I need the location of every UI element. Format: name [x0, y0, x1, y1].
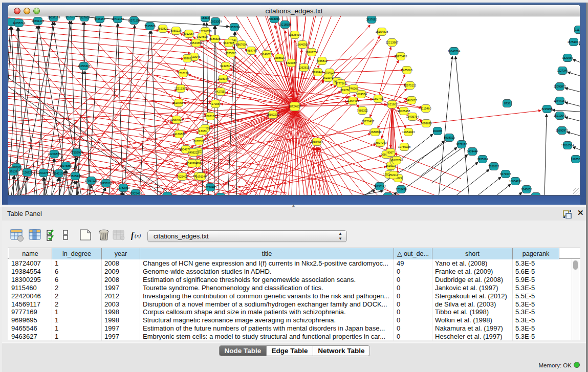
svg-text:16571355: 16571355	[128, 19, 140, 22]
svg-text:21053346: 21053346	[78, 64, 90, 68]
svg-text:16107554: 16107554	[172, 101, 185, 104]
svg-text:13325419: 13325419	[289, 33, 301, 36]
svg-text:10756928: 10756928	[398, 145, 410, 148]
svg-text:9327509: 9327509	[197, 35, 207, 38]
svg-text:8454749: 8454749	[246, 49, 256, 52]
svg-text:10719185: 10719185	[112, 17, 124, 20]
svg-text:9327508: 9327508	[223, 41, 234, 45]
svg-text:15226058: 15226058	[199, 30, 211, 33]
svg-text:95015: 95015	[163, 194, 171, 196]
svg-text:81514: 81514	[216, 195, 224, 196]
svg-text:17016504: 17016504	[561, 144, 574, 147]
svg-text:9474444: 9474444	[467, 150, 477, 153]
svg-text:16120746: 16120746	[390, 159, 403, 162]
svg-text:17957225: 17957225	[85, 179, 97, 182]
svg-text:18312: 18312	[201, 16, 209, 19]
svg-text:10688609: 10688609	[369, 130, 381, 134]
svg-text:10654112: 10654112	[509, 180, 521, 183]
svg-text:1691144: 1691144	[195, 175, 206, 178]
svg-text:16154808: 16154808	[376, 30, 388, 33]
svg-text:7632621: 7632621	[488, 165, 499, 168]
svg-text:8678332: 8678332	[193, 140, 204, 143]
svg-text:12444151: 12444151	[554, 99, 566, 102]
svg-text:9932: 9932	[385, 195, 391, 196]
svg-text:9242848: 9242848	[220, 64, 231, 68]
svg-text:16648784: 16648784	[448, 50, 460, 53]
svg-text:8813054: 8813054	[269, 17, 279, 20]
svg-text:(x): (x)	[135, 232, 141, 239]
svg-text:20206576: 20206576	[48, 152, 60, 156]
svg-text:10807487: 10807487	[372, 97, 384, 100]
svg-text:9245652: 9245652	[521, 188, 532, 191]
svg-text:7515526: 7515526	[144, 25, 155, 28]
svg-text:12975115: 12975115	[404, 84, 416, 87]
svg-text:1540994: 1540994	[186, 162, 197, 165]
svg-text:5938923: 5938923	[444, 136, 454, 139]
svg-text:12923468: 12923468	[129, 192, 142, 195]
svg-text:15495754: 15495754	[406, 115, 419, 118]
svg-text:1733426: 1733426	[396, 188, 406, 191]
svg-text:8990448: 8990448	[312, 71, 323, 74]
svg-text:8267130: 8267130	[205, 115, 215, 118]
svg-text:8960124: 8960124	[170, 29, 181, 32]
svg-text:12213369: 12213369	[175, 87, 187, 90]
svg-text:6466160: 6466160	[94, 17, 105, 20]
svg-text:10973493: 10973493	[395, 55, 407, 58]
svg-text:10958107: 10958107	[100, 182, 112, 185]
svg-text:6879197: 6879197	[456, 143, 467, 146]
svg-text:7485063: 7485063	[401, 69, 412, 72]
svg-text:5322037: 5322037	[286, 61, 296, 64]
svg-text:18724007: 18724007	[289, 105, 301, 108]
svg-text:19218506: 19218506	[279, 23, 291, 26]
svg-text:15716485: 15716485	[204, 186, 216, 189]
svg-text:19654923: 19654923	[402, 130, 415, 134]
svg-text:2867608: 2867608	[236, 43, 247, 46]
svg-text:21364436: 21364436	[346, 99, 359, 102]
svg-text:4170064: 4170064	[210, 102, 221, 105]
svg-text:18807249: 18807249	[374, 141, 386, 144]
svg-text:14055714: 14055714	[13, 21, 25, 25]
svg-text:8215955: 8215955	[541, 107, 552, 111]
svg-text:7955812: 7955812	[316, 59, 327, 62]
svg-text:2718126: 2718126	[178, 72, 188, 75]
svg-text:62160: 62160	[388, 103, 396, 106]
svg-text:16961758: 16961758	[306, 51, 318, 54]
svg-text:9329966: 9329966	[562, 56, 573, 59]
svg-text:10653267: 10653267	[64, 16, 77, 18]
svg-text:39139: 39139	[9, 170, 17, 173]
svg-text:9699695: 9699695	[421, 122, 431, 125]
svg-text:746266: 746266	[349, 87, 358, 90]
svg-text:8498222: 8498222	[188, 151, 199, 154]
svg-text:9463627: 9463627	[406, 99, 417, 102]
svg-text:16782759: 16782759	[117, 186, 129, 189]
svg-text:19654908: 19654908	[170, 118, 183, 121]
svg-text:1156829: 1156829	[21, 171, 32, 174]
svg-text:7986322: 7986322	[357, 109, 367, 112]
svg-text:12942757: 12942757	[37, 171, 50, 174]
svg-text:20691406: 20691406	[32, 19, 44, 23]
svg-text:1145194: 1145194	[53, 172, 64, 175]
svg-text:8738: 8738	[504, 102, 510, 105]
svg-text:7357224: 7357224	[229, 26, 239, 29]
svg-text:f: f	[131, 231, 135, 240]
svg-text:11176: 11176	[575, 28, 580, 31]
svg-text:1527602: 1527602	[79, 16, 90, 19]
svg-text:2935114: 2935114	[477, 158, 488, 161]
svg-text:18300295: 18300295	[267, 113, 279, 116]
svg-text:16210643: 16210643	[554, 114, 566, 117]
svg-text:6794028: 6794028	[324, 71, 335, 74]
svg-text:13383: 13383	[199, 129, 206, 133]
svg-text:19037199: 19037199	[48, 16, 60, 19]
svg-text:9777169: 9777169	[335, 82, 346, 85]
svg-text:1588520: 1588520	[274, 56, 285, 59]
svg-text:98961: 98961	[183, 57, 191, 60]
svg-text:8427552: 8427552	[215, 90, 226, 93]
svg-text:12505135: 12505135	[69, 174, 81, 178]
svg-text:9067: 9067	[387, 151, 394, 154]
svg-text:8186328: 8186328	[209, 37, 220, 40]
svg-text:10053309: 10053309	[209, 20, 222, 23]
svg-text:9115460: 9115460	[420, 107, 431, 110]
svg-text:15751074: 15751074	[568, 40, 580, 43]
svg-text:16640910: 16640910	[296, 43, 309, 46]
svg-text:2603144: 2603144	[217, 77, 228, 80]
